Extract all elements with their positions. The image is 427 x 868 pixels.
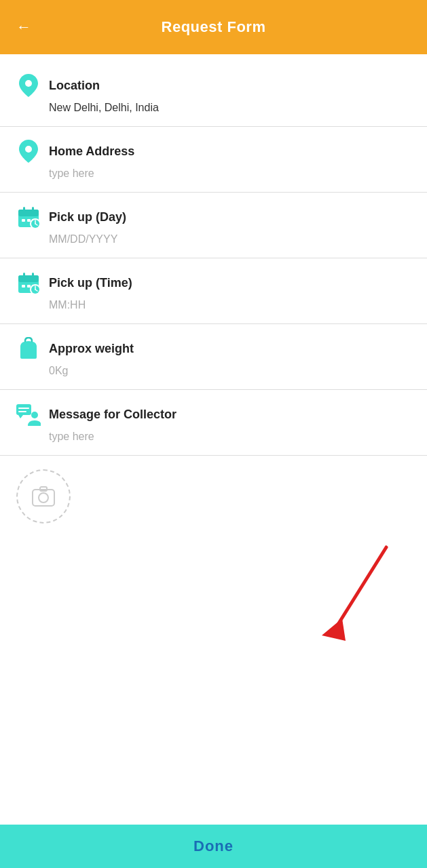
calendar-day-icon — [16, 205, 41, 229]
approx-weight-row: Approx weight 0Kg — [0, 324, 427, 390]
svg-rect-10 — [32, 207, 34, 212]
done-label: Done — [193, 837, 234, 855]
home-address-row: Home Address type here — [0, 127, 427, 193]
photo-upload-button[interactable] — [16, 469, 71, 524]
home-address-input[interactable]: type here — [16, 167, 411, 180]
done-button[interactable]: Done — [0, 825, 427, 868]
svg-marker-25 — [18, 415, 23, 418]
svg-rect-12 — [18, 275, 39, 282]
pickup-time-row: Pick up (Time) MM:HH — [0, 258, 427, 324]
svg-point-26 — [31, 412, 38, 418]
message-collector-input[interactable]: type here — [16, 431, 411, 443]
svg-marker-31 — [322, 618, 346, 641]
calendar-time-icon — [16, 271, 41, 295]
pickup-day-label: Pick up (Day) — [49, 210, 126, 224]
pickup-day-input[interactable]: MM/DD/YYYY — [16, 233, 411, 245]
pickup-day-row: Pick up (Day) MM/DD/YYYY — [0, 193, 427, 258]
approx-weight-input[interactable]: 0Kg — [16, 365, 411, 377]
arrow-annotation — [0, 537, 427, 646]
svg-rect-22 — [16, 404, 31, 415]
home-address-pin-icon — [16, 139, 41, 163]
svg-rect-3 — [27, 219, 31, 222]
back-button[interactable]: ← — [16, 18, 31, 36]
svg-rect-13 — [22, 285, 25, 288]
form-content: Location New Delhi, Delhi, India Home Ad… — [0, 54, 427, 868]
home-address-label: Home Address — [49, 144, 134, 159]
svg-rect-14 — [27, 285, 31, 288]
location-label: Location — [49, 79, 100, 93]
pickup-time-label: Pick up (Time) — [49, 276, 132, 290]
svg-rect-2 — [22, 219, 25, 222]
weight-bag-icon — [16, 336, 41, 361]
message-collector-label: Message for Collector — [49, 408, 177, 422]
page-title: Request Form — [162, 18, 266, 36]
svg-rect-9 — [23, 207, 25, 212]
svg-line-30 — [335, 547, 386, 629]
location-pin-icon — [16, 73, 41, 98]
svg-rect-1 — [18, 210, 39, 216]
svg-rect-20 — [23, 273, 25, 278]
svg-rect-21 — [32, 273, 34, 278]
location-value: New Delhi, Delhi, India — [16, 102, 411, 114]
app-header: ← Request Form — [0, 0, 427, 54]
approx-weight-label: Approx weight — [49, 342, 134, 356]
pickup-time-input[interactable]: MM:HH — [16, 299, 411, 311]
svg-point-28 — [39, 493, 48, 502]
message-person-icon — [16, 402, 41, 427]
svg-rect-27 — [33, 490, 54, 506]
location-row: Location New Delhi, Delhi, India — [0, 61, 427, 127]
message-collector-row: Message for Collector type here — [0, 390, 427, 456]
